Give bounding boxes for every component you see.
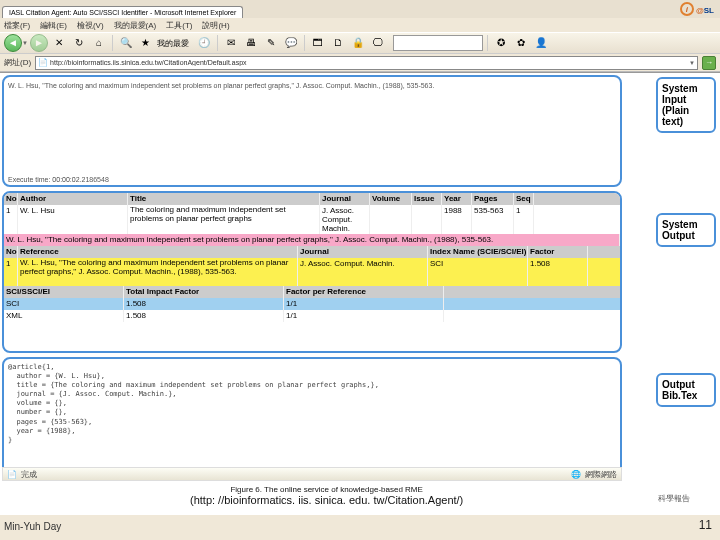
toolbar-icon-4[interactable]: 🖵	[369, 34, 387, 52]
table3-row-2: XML 1.508 1/1	[4, 310, 620, 322]
slide-number: 11	[699, 518, 712, 532]
pane-system-input: W. L. Hsu, "The coloring and maximum ind…	[2, 75, 622, 187]
menu-help[interactable]: 說明(H)	[202, 20, 229, 31]
zone-icon: 🌐	[571, 470, 581, 479]
bibtex-text: @article{1, author = {W. L. Hsu}, title …	[4, 359, 620, 449]
pink-citation-row: W. L. Hsu, "The coloring and maximum ind…	[4, 234, 620, 246]
browser-chrome: IASL Citation Agent: Auto SCI/SSCI Ident…	[0, 0, 720, 73]
toolbar-icon-2[interactable]: 🗋	[329, 34, 347, 52]
figure-caption: Figure 6. The online service of knowledg…	[190, 485, 463, 506]
table3-header: SCI/SSCI/EI Total Impact Factor Factor p…	[4, 286, 620, 298]
discuss-button[interactable]: 💬	[282, 34, 300, 52]
toolbar-search-input[interactable]	[393, 35, 483, 51]
status-text: 完成	[21, 469, 37, 480]
footer-author: Min-Yuh Day	[4, 521, 61, 532]
page-icon: 📄	[38, 58, 48, 67]
forward-button[interactable]: ►	[30, 34, 48, 52]
refresh-button[interactable]: ↻	[70, 34, 88, 52]
edit-button[interactable]: ✎	[262, 34, 280, 52]
status-done-icon: 📄	[7, 470, 17, 479]
iasl-logo: i @SL	[680, 2, 714, 16]
slide-credit: 科學報告	[658, 493, 690, 504]
label-system-input: System Input (Plain text)	[656, 77, 716, 133]
toolbar-icon-3[interactable]: 🔒	[349, 34, 367, 52]
toolbar-icon-1[interactable]: 🗔	[309, 34, 327, 52]
address-bar[interactable]: 📄 http://bioinformatics.iis.sinica.edu.t…	[35, 56, 698, 70]
address-label: 網址(D)	[4, 57, 31, 68]
table3-row-1: SCI 1.508 1/1	[4, 298, 620, 310]
menu-edit[interactable]: 編輯(E)	[40, 20, 67, 31]
table1-header: No Author Title Journal Volume Issue Yea…	[4, 193, 620, 205]
go-button[interactable]: →	[702, 56, 716, 70]
browser-status-bar: 📄 完成 🌐 網際網路	[2, 467, 622, 481]
input-citation-text: W. L. Hsu, "The coloring and maximum ind…	[4, 77, 620, 95]
toolbar-icon-5[interactable]: ✪	[492, 34, 510, 52]
menu-tools[interactable]: 工具(T)	[166, 20, 192, 31]
table2-header: No Reference Journal Index Name (SCIE/SC…	[4, 246, 620, 258]
pane-system-output: No Author Title Journal Volume Issue Yea…	[2, 191, 622, 353]
logo-circle-icon: i	[680, 2, 694, 16]
mail-button[interactable]: ✉	[222, 34, 240, 52]
menu-favorites[interactable]: 我的最愛(A)	[114, 20, 157, 31]
back-dropdown-icon[interactable]: ▼	[22, 40, 28, 46]
browser-tab[interactable]: IASL Citation Agent: Auto SCI/SSCI Ident…	[2, 6, 243, 18]
table2-row: 1 W. L. Hsu, "The coloring and maximum i…	[4, 258, 620, 286]
toolbar-icon-7[interactable]: 👤	[532, 34, 550, 52]
address-url: http://bioinformatics.iis.sinica.edu.tw/…	[50, 59, 689, 66]
favorites-button[interactable]: ★	[137, 34, 155, 52]
home-button[interactable]: ⌂	[90, 34, 108, 52]
history-button[interactable]: 🕘	[195, 34, 213, 52]
print-button[interactable]: 🖶	[242, 34, 260, 52]
label-system-output: System Output	[656, 213, 716, 247]
tab-strip: IASL Citation Agent: Auto SCI/SSCI Ident…	[0, 0, 720, 18]
toolbar: ◄ ▼ ► ✕ ↻ ⌂ 🔍 ★ 我的最愛 🕘 ✉ 🖶 ✎ 💬 🗔 🗋 🔒 🖵 ✪…	[0, 32, 720, 54]
table1-row: 1 W. L. Hsu The coloring and maximum ind…	[4, 205, 620, 234]
menu-file[interactable]: 檔案(F)	[4, 20, 30, 31]
menu-bar[interactable]: 檔案(F) 編輯(E) 檢視(V) 我的最愛(A) 工具(T) 說明(H)	[0, 18, 720, 32]
menu-view[interactable]: 檢視(V)	[77, 20, 104, 31]
pane-bibtex: @article{1, author = {W. L. Hsu}, title …	[2, 357, 622, 479]
favorites-label: 我的最愛	[157, 38, 189, 49]
zone-text: 網際網路	[585, 469, 617, 480]
stop-button[interactable]: ✕	[50, 34, 68, 52]
label-output-bibtex: Output Bib.Tex	[656, 373, 716, 407]
back-button[interactable]: ◄	[4, 34, 22, 52]
toolbar-icon-6[interactable]: ✿	[512, 34, 530, 52]
exec-time: Execute time: 00:00:02.2186548	[8, 176, 109, 183]
search-button[interactable]: 🔍	[117, 34, 135, 52]
content-area: W. L. Hsu, "The coloring and maximum ind…	[0, 73, 720, 515]
address-row: 網址(D) 📄 http://bioinformatics.iis.sinica…	[0, 54, 720, 72]
address-dropdown-icon[interactable]: ▼	[689, 60, 695, 66]
